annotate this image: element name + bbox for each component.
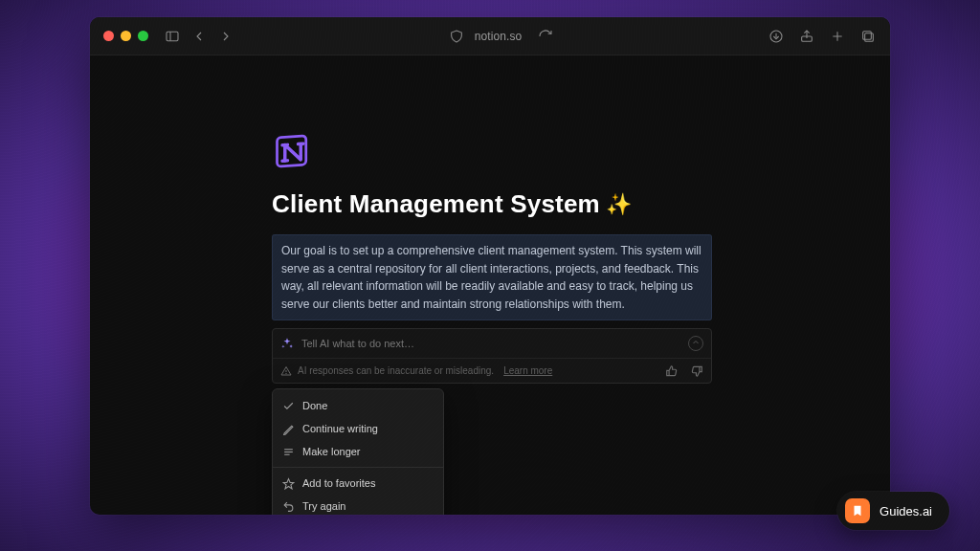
close-window-button[interactable] bbox=[103, 31, 114, 41]
sparkles-icon: ✨ bbox=[606, 192, 632, 217]
svg-rect-0 bbox=[167, 32, 178, 40]
page-title: Client Management System ✨ bbox=[272, 189, 722, 219]
thumbs-down-icon[interactable] bbox=[690, 364, 703, 378]
thumbs-up-icon[interactable] bbox=[665, 364, 679, 378]
titlebar: notion.so bbox=[90, 17, 890, 55]
share-icon[interactable] bbox=[798, 28, 815, 45]
ai-prompt-box: AI responses can be inaccurate or mislea… bbox=[272, 328, 712, 384]
sidebar-toggle-icon[interactable] bbox=[164, 28, 181, 45]
traffic-lights bbox=[103, 31, 148, 41]
selected-paragraph[interactable]: Our goal is to set up a comprehensive cl… bbox=[272, 234, 712, 320]
ai-disclaimer-text: AI responses can be inaccurate or mislea… bbox=[298, 365, 494, 376]
warning-icon bbox=[280, 365, 292, 377]
menu-label: Make longer bbox=[302, 446, 361, 457]
forward-button[interactable] bbox=[217, 28, 234, 45]
lines-icon bbox=[282, 446, 295, 458]
svg-marker-18 bbox=[283, 478, 294, 488]
menu-separator bbox=[273, 467, 443, 468]
svg-rect-7 bbox=[865, 33, 874, 41]
ai-actions-menu: Done Continue writing Make longer Add to… bbox=[272, 388, 444, 515]
menu-label: Try again bbox=[302, 500, 345, 512]
minimize-window-button[interactable] bbox=[121, 31, 131, 41]
svg-rect-8 bbox=[863, 31, 872, 39]
menu-label: Add to favorites bbox=[302, 477, 375, 489]
url-text: notion.so bbox=[475, 30, 523, 43]
shield-icon[interactable] bbox=[448, 28, 465, 45]
undo-icon bbox=[282, 500, 295, 513]
back-button[interactable] bbox=[190, 28, 208, 45]
pencil-icon bbox=[282, 423, 295, 435]
tabs-icon[interactable] bbox=[859, 28, 877, 45]
menu-item-make-longer[interactable]: Make longer bbox=[273, 440, 443, 463]
send-button[interactable] bbox=[688, 336, 703, 351]
guides-ai-badge[interactable]: Guides.ai bbox=[837, 492, 949, 530]
menu-item-try-again[interactable]: Try again bbox=[273, 495, 443, 515]
reload-icon[interactable] bbox=[537, 28, 554, 45]
page-content: Client Management System ✨ Our goal is t… bbox=[90, 55, 890, 515]
downloads-icon[interactable] bbox=[768, 28, 785, 45]
browser-window: notion.so bbox=[90, 17, 890, 515]
notion-logo-icon bbox=[272, 130, 314, 172]
svg-point-14 bbox=[286, 373, 287, 374]
maximize-window-button[interactable] bbox=[138, 31, 148, 41]
menu-label: Continue writing bbox=[302, 423, 378, 434]
bookmark-icon bbox=[845, 498, 870, 523]
learn-more-link[interactable]: Learn more bbox=[503, 365, 552, 376]
menu-item-continue-writing[interactable]: Continue writing bbox=[273, 417, 443, 440]
new-tab-icon[interactable] bbox=[829, 28, 846, 45]
menu-label: Done bbox=[302, 400, 327, 411]
badge-label: Guides.ai bbox=[880, 504, 932, 518]
menu-item-done[interactable]: Done bbox=[273, 394, 443, 417]
check-icon bbox=[282, 400, 295, 412]
ai-sparkle-icon bbox=[280, 337, 294, 350]
page-title-text: Client Management System bbox=[272, 189, 600, 219]
star-icon bbox=[282, 477, 295, 490]
ai-prompt-input[interactable] bbox=[301, 338, 680, 349]
address-bar[interactable]: notion.so bbox=[475, 30, 523, 43]
menu-item-add-to-favorites[interactable]: Add to favorites bbox=[273, 472, 443, 495]
